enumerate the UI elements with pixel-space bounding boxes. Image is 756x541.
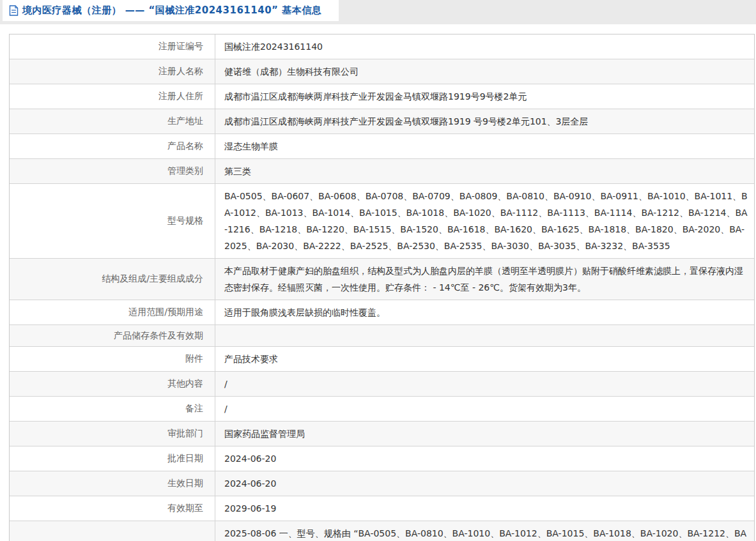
row-label: 结构及组成/主要组成成分 [10, 259, 215, 300]
table-row-storage-conditions: 产品储存条件及有效期 [10, 325, 754, 347]
table-row-management-category: 管理类别 第三类 [10, 159, 754, 184]
page-title: 境内医疗器械（注册） —— “国械注准20243161140” 基本信息 [22, 4, 321, 17]
row-value: 成都市温江区成都海峡两岸科技产业开发园金马镇双堰路1919 号9号楼2单元101… [215, 109, 754, 133]
row-value: / [215, 372, 754, 396]
row-value: 第三类 [215, 159, 754, 183]
table-row-approval-department: 审批部门 国家药品监督管理局 [10, 422, 754, 446]
row-value: 适用于眼角膜浅表层缺损的临时性覆盖。 [215, 300, 754, 324]
row-label: 生产地址 [10, 109, 215, 133]
table-row-remarks: 备注 / [10, 397, 754, 422]
row-value: 2029-06-19 [215, 496, 754, 521]
table-row-registrant-name: 注册人名称 健诺维（成都）生物科技有限公司 [10, 59, 754, 84]
row-label: 附件 [10, 347, 215, 371]
row-label: 有效期至 [10, 496, 215, 521]
table-row-product-name: 产品名称 湿态生物羊膜 [10, 134, 754, 159]
registration-info-table: 注册证编号 国械注准20243161140 注册人名称 健诺维（成都）生物科技有… [9, 34, 755, 541]
row-value: 国械注准20243161140 [215, 34, 754, 59]
row-value: 本产品取材于健康产妇的胎盘组织，结构及型式为人胎盘内层的羊膜（透明至半透明膜片）… [215, 259, 754, 300]
row-label: 注册人名称 [10, 59, 215, 84]
row-label: 产品名称 [10, 134, 215, 158]
top-tab-bar: 境内医疗器械（注册） —— “国械注准20243161140” 基本信息 [0, 0, 756, 24]
row-value [215, 325, 754, 346]
active-tab: 境内医疗器械（注册） —— “国械注准20243161140” 基本信息 [3, 0, 339, 21]
row-label: 产品储存条件及有效期 [10, 325, 215, 346]
table-row-registrant-address: 注册人住所 成都市温江区成都海峡两岸科技产业开发园金马镇双堰路1919号9号楼2… [10, 84, 754, 109]
row-value: 健诺维（成都）生物科技有限公司 [215, 59, 754, 84]
row-value: 产品技术要求 [215, 347, 754, 371]
row-value: 2025-08-06 一、型号、规格由 “BA-0505、BA-0810、BA-… [215, 521, 754, 541]
row-label: 变更情况 [10, 521, 215, 541]
row-label: 注册人住所 [10, 84, 215, 109]
table-row-change-status: 变更情况 2025-08-06 一、型号、规格由 “BA-0505、BA-081… [10, 521, 754, 541]
row-value: 湿态生物羊膜 [215, 134, 754, 158]
table-row-attachment: 附件 产品技术要求 [10, 347, 754, 372]
table-row-model-spec: 型号规格 BA-0505、BA-0607、BA-0608、BA-0708、BA-… [10, 184, 754, 259]
row-label: 适用范围/预期用途 [10, 300, 215, 324]
row-label: 管理类别 [10, 159, 215, 183]
row-value: 2024-06-20 [215, 471, 754, 496]
row-label: 批准日期 [10, 446, 215, 471]
table-row-production-address: 生产地址 成都市温江区成都海峡两岸科技产业开发园金马镇双堰路1919 号9号楼2… [10, 109, 754, 134]
row-label: 生效日期 [10, 471, 215, 496]
row-value: / [215, 397, 754, 421]
row-label: 注册证编号 [10, 34, 215, 59]
table-row-approval-date: 批准日期 2024-06-20 [10, 446, 754, 471]
row-label: 型号规格 [10, 184, 215, 258]
row-value: 2024-06-20 [215, 446, 754, 471]
row-label: 其他内容 [10, 372, 215, 396]
row-label: 备注 [10, 397, 215, 421]
table-row-intended-use: 适用范围/预期用途 适用于眼角膜浅表层缺损的临时性覆盖。 [10, 300, 754, 325]
table-row-expiry-date: 有效期至 2029-06-19 [10, 496, 754, 521]
row-value: 国家药品监督管理局 [215, 422, 754, 446]
table-row-structure-composition: 结构及组成/主要组成成分 本产品取材于健康产妇的胎盘组织，结构及型式为人胎盘内层… [10, 259, 754, 300]
table-row-effective-date: 生效日期 2024-06-20 [10, 471, 754, 496]
table-row-other-content: 其他内容 / [10, 372, 754, 397]
document-icon [9, 5, 19, 16]
row-label: 审批部门 [10, 422, 215, 446]
table-row-registration-number: 注册证编号 国械注准20243161140 [10, 34, 754, 59]
row-value: BA-0505、BA-0607、BA-0608、BA-0708、BA-0709、… [215, 184, 754, 258]
row-value: 成都市温江区成都海峡两岸科技产业开发园金马镇双堰路1919号9号楼2单元 [215, 84, 754, 109]
